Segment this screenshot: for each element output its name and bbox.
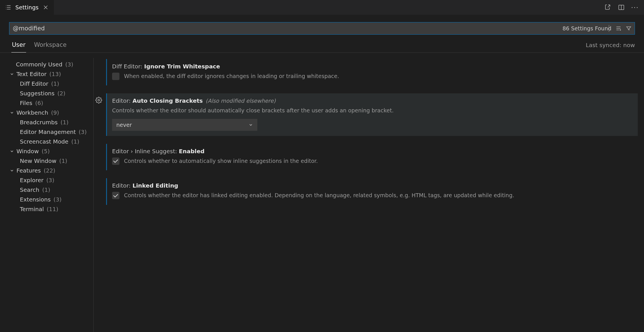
clear-search-icon[interactable]: [615, 25, 622, 31]
settings-search-input[interactable]: [13, 25, 608, 32]
toc-item[interactable]: Editor Management(3): [9, 127, 93, 137]
toc-label: Window: [16, 148, 39, 155]
toc-item[interactable]: Screencast Mode(1): [9, 137, 93, 146]
toc-label: New Window: [20, 157, 56, 164]
setting-title: Diff Editor: Ignore Trim Whitespace: [112, 63, 632, 70]
setting-title: Editor: Auto Closing Brackets(Also modif…: [112, 97, 632, 104]
more-actions-icon[interactable]: ···: [632, 4, 638, 11]
search-row: 86 Settings Found: [0, 15, 644, 35]
toc-label: Search: [20, 186, 39, 193]
toc-item[interactable]: Breadcrumbs(1): [9, 117, 93, 127]
toc-count: (3): [65, 61, 73, 68]
toc-count: (13): [49, 71, 61, 77]
toc-count: (2): [57, 90, 65, 97]
toc-item[interactable]: Suggestions(2): [9, 89, 93, 98]
checkbox[interactable]: [112, 73, 119, 80]
setting-description: When enabled, the diff editor ignores ch…: [124, 72, 339, 80]
close-icon[interactable]: [43, 4, 49, 10]
select-value: never: [116, 122, 132, 128]
toc-label: Features: [16, 167, 41, 174]
setting-name: Auto Closing Brackets: [132, 97, 203, 104]
toc-item[interactable]: Search(1): [9, 185, 93, 195]
toc-label: Extensions: [20, 196, 51, 203]
settings-toc[interactable]: Commonly Used(3)Text Editor(13)Diff Edit…: [0, 58, 94, 332]
toc-item[interactable]: Text Editor(13): [9, 69, 93, 79]
setting-item: Editor › Inline Suggest: Enabled Control…: [106, 144, 638, 170]
title-actions: ···: [604, 4, 641, 11]
open-settings-json-icon[interactable]: [604, 4, 611, 11]
setting-prefix: Editor:: [112, 182, 132, 189]
toc-item[interactable]: Window(5): [9, 146, 93, 156]
chevron-down-icon: [9, 110, 15, 115]
toc-label: Editor Management: [20, 129, 76, 135]
toc-count: (11): [47, 206, 58, 213]
titlebar: Settings ···: [0, 0, 644, 15]
settings-search-box[interactable]: 86 Settings Found: [9, 22, 635, 35]
toc-label: Terminal: [20, 206, 44, 213]
setting-prefix: Editor:: [112, 97, 132, 104]
toc-item[interactable]: Diff Editor(1): [9, 79, 93, 89]
toc-count: (3): [46, 177, 54, 184]
filter-icon[interactable]: [626, 25, 632, 31]
settings-list-icon: [5, 4, 11, 10]
chevron-down-icon: [9, 72, 15, 76]
toc-item[interactable]: Features(22): [9, 166, 93, 175]
toc-label: Files: [20, 100, 32, 106]
toc-count: (5): [42, 148, 50, 155]
setting-name: Enabled: [179, 148, 204, 155]
setting-prefix: Editor › Inline Suggest:: [112, 148, 179, 155]
gear-icon[interactable]: [95, 97, 103, 105]
search-right: 86 Settings Found: [563, 22, 632, 34]
setting-description: Controls whether the editor has linked e…: [124, 191, 514, 199]
setting-prefix: Diff Editor:: [112, 63, 144, 70]
checkbox[interactable]: [112, 192, 119, 199]
toc-count: (6): [35, 100, 43, 106]
toc-count: (1): [60, 119, 68, 126]
toc-item[interactable]: Extensions(3): [9, 195, 93, 204]
tab-title: Settings: [15, 4, 39, 11]
toc-label: Explorer: [20, 177, 43, 184]
toc-count: (9): [51, 109, 59, 116]
setting-note: (Also modified elsewhere): [206, 98, 276, 104]
toc-item[interactable]: Commonly Used(3): [9, 60, 93, 69]
setting-title: Editor: Linked Editing: [112, 182, 632, 189]
sync-status: Last synced: now: [586, 42, 635, 51]
tab-settings[interactable]: Settings: [0, 0, 54, 15]
chevron-down-icon: [9, 168, 15, 173]
setting-name: Linked Editing: [132, 182, 178, 189]
toc-label: Screencast Mode: [20, 138, 68, 145]
scope-tab-user[interactable]: User: [11, 40, 26, 52]
setting-item: Diff Editor: Ignore Trim Whitespace When…: [106, 59, 638, 85]
setting-description: Controls whether to automatically show i…: [124, 157, 318, 165]
chevron-down-icon: [249, 123, 253, 127]
setting-description: Controls whether the editor should autom…: [112, 106, 632, 115]
setting-item: Editor: Linked Editing Controls whether …: [106, 178, 638, 205]
toc-label: Commonly Used: [16, 61, 62, 68]
chevron-down-icon: [9, 149, 15, 154]
toc-count: (3): [79, 129, 87, 135]
split-editor-icon[interactable]: [618, 4, 625, 11]
body: Commonly Used(3)Text Editor(13)Diff Edit…: [0, 53, 644, 332]
toc-label: Workbench: [16, 109, 48, 116]
search-results-count: 86 Settings Found: [563, 25, 611, 31]
scope-row: User Workspace Last synced: now: [0, 35, 644, 53]
toc-item[interactable]: New Window(1): [9, 156, 93, 166]
toc-item[interactable]: Files(6): [9, 98, 93, 108]
toc-label: Suggestions: [20, 90, 54, 97]
select-dropdown[interactable]: never: [112, 119, 257, 131]
toc-count: (1): [59, 157, 67, 164]
toc-count: (22): [44, 167, 55, 174]
toc-count: (1): [42, 186, 50, 193]
checkbox[interactable]: [112, 157, 119, 165]
toc-count: (1): [51, 80, 59, 87]
svg-point-15: [98, 99, 100, 101]
toc-count: (3): [54, 196, 62, 203]
toc-item[interactable]: Terminal(11): [9, 204, 93, 214]
tab-group: Settings: [0, 0, 54, 15]
toc-item[interactable]: Workbench(9): [9, 108, 93, 117]
settings-list[interactable]: Diff Editor: Ignore Trim Whitespace When…: [94, 58, 644, 332]
scope-tabs: User Workspace: [11, 40, 67, 52]
toc-item[interactable]: Explorer(3): [9, 175, 93, 185]
toc-label: Breadcrumbs: [20, 119, 58, 126]
scope-tab-workspace[interactable]: Workspace: [33, 40, 67, 52]
